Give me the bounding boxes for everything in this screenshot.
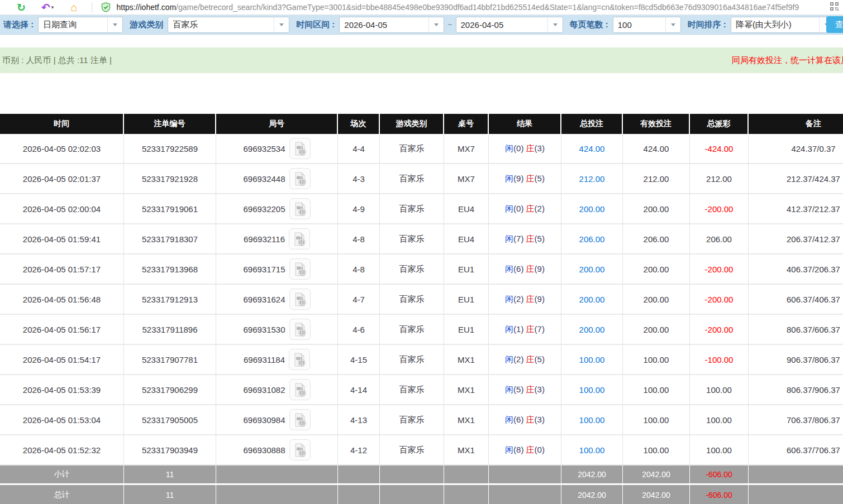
player-result-label: 闲 <box>505 415 513 424</box>
page-size-select[interactable]: 100 <box>613 17 681 33</box>
bet-number: 523317922589 <box>124 134 216 164</box>
chevron-down-icon <box>428 17 444 32</box>
video-replay-icon <box>293 292 307 307</box>
video-replay-button[interactable] <box>289 409 311 430</box>
video-replay-button[interactable] <box>289 258 311 280</box>
summary-payout: -606.00 <box>690 485 749 504</box>
banker-result-label: 庄 <box>526 174 535 183</box>
video-replay-button[interactable] <box>289 168 311 189</box>
round-number: 696931715 <box>243 265 285 274</box>
video-replay-button[interactable] <box>289 439 311 460</box>
bet-time: 2026-04-05 01:56:48 <box>0 285 124 315</box>
undo-icon[interactable]: ↶ <box>41 2 50 13</box>
video-replay-button[interactable] <box>289 198 311 219</box>
bet-number: 523317911896 <box>124 315 216 345</box>
column-header: 注单编号 <box>124 114 216 134</box>
banker-result-value: (9) <box>535 264 545 273</box>
player-result-label: 闲 <box>505 324 513 334</box>
video-replay-button[interactable] <box>289 379 311 400</box>
round-cell: 696932448 <box>216 164 338 194</box>
bet-time: 2026-04-05 02:01:37 <box>0 164 124 194</box>
security-shield-icon[interactable] <box>101 2 111 12</box>
summary-count: 11 <box>124 465 216 485</box>
game-type-cell: 百家乐 <box>380 285 444 315</box>
table-row: 2026-04-05 01:54:17 523317907781 6969311… <box>0 345 843 375</box>
bet-time: 2026-04-05 01:59:41 <box>0 224 124 255</box>
column-header: 备注 <box>749 114 843 134</box>
game-type-cell: 百家乐 <box>380 405 444 435</box>
total-bet-link[interactable]: 206.00 <box>561 224 623 255</box>
remark: 206.37/412.37 <box>749 224 843 255</box>
total-bet-link[interactable]: 200.00 <box>561 285 623 315</box>
column-header: 总派彩 <box>690 114 749 134</box>
round-cell: 696932116 <box>216 224 338 255</box>
player-result-value: (7) <box>513 234 523 243</box>
table-number: MX7 <box>444 164 489 194</box>
video-replay-button[interactable] <box>289 319 311 340</box>
search-button[interactable]: 查询 <box>826 16 843 33</box>
player-result-value: (8) <box>513 445 523 454</box>
bet-number: 523317905005 <box>124 405 216 435</box>
total-bet-link[interactable]: 200.00 <box>561 194 623 224</box>
undo-dropdown-caret-icon[interactable]: ▾ <box>51 4 54 10</box>
total-bet-link[interactable]: 100.00 <box>561 435 623 465</box>
total-bet-link[interactable]: 424.00 <box>561 134 623 164</box>
address-bar[interactable]: https://iohetf.com/game/betrecord_search… <box>116 3 827 12</box>
date-to-select[interactable]: 2026-04-05 <box>456 17 563 33</box>
bet-time: 2026-04-05 02:00:04 <box>0 194 124 224</box>
column-header: 场次 <box>338 114 380 134</box>
total-payout: 100.00 <box>690 375 749 405</box>
remark: 412.37/212.37 <box>749 194 843 224</box>
total-bet-link[interactable]: 100.00 <box>561 375 623 405</box>
session-number: 4-15 <box>338 345 380 375</box>
game-type-cell: 百家乐 <box>380 315 444 345</box>
result-cell: 闲(0) 庄(2) <box>489 194 561 224</box>
home-icon[interactable]: ⌂ <box>70 2 77 13</box>
banker-result-value: (2) <box>535 204 545 213</box>
banker-result-label: 庄 <box>526 445 535 454</box>
summary-bar: 币别 : 人民币 | 总共 :11 注单 | 同局有效投注，统一计算在该局 <box>0 47 843 73</box>
player-result-value: (1) <box>513 324 523 334</box>
video-replay-button[interactable] <box>289 289 311 310</box>
remark: 806.37/606.37 <box>749 315 843 345</box>
table-number: MX1 <box>444 345 489 375</box>
remark: 212.37/424.37 <box>749 164 843 194</box>
video-replay-icon <box>293 171 307 186</box>
qr-code-icon[interactable] <box>830 2 839 13</box>
game-type-cell: 百家乐 <box>380 435 444 465</box>
bet-record-table-container: 时间注单编号局号场次游戏类别桌号结果总投注有效投注总派彩备注 2026-04-0… <box>0 114 843 504</box>
total-bet-link[interactable]: 100.00 <box>561 345 623 375</box>
column-header: 有效投注 <box>623 114 690 134</box>
time-sort-select[interactable]: 降幂(由大到小) <box>731 17 835 33</box>
remark: 406.37/206.37 <box>749 255 843 285</box>
total-bet-link[interactable]: 200.00 <box>561 315 623 345</box>
total-payout: 100.00 <box>690 435 749 465</box>
round-number: 696930984 <box>243 415 285 425</box>
remark: 906.37/806.37 <box>749 345 843 375</box>
session-number: 4-9 <box>338 194 380 224</box>
banker-result-value: (3) <box>535 385 545 394</box>
total-payout: -200.00 <box>690 315 749 345</box>
date-from-select[interactable]: 2026-04-05 <box>339 17 444 33</box>
video-replay-icon <box>293 443 307 458</box>
round-cell: 696931184 <box>216 345 338 375</box>
round-number: 696931624 <box>243 295 285 304</box>
total-bet-link[interactable]: 200.00 <box>561 255 623 285</box>
table-row: 2026-04-05 01:59:41 523317918307 6969321… <box>0 224 843 255</box>
total-bet-link[interactable]: 212.00 <box>561 164 623 194</box>
query-mode-select[interactable]: 日期查询 <box>38 17 123 33</box>
session-number: 4-7 <box>338 285 380 315</box>
total-bet-link[interactable]: 100.00 <box>561 405 623 435</box>
session-number: 4-12 <box>338 435 380 465</box>
round-number: 696931530 <box>243 325 285 334</box>
video-replay-button[interactable] <box>289 349 310 370</box>
game-type-select[interactable]: 百家乐 <box>168 17 289 33</box>
player-result-value: (2) <box>513 354 523 364</box>
video-replay-button[interactable] <box>289 228 310 249</box>
video-replay-icon <box>293 262 307 277</box>
table-header-row: 时间注单编号局号场次游戏类别桌号结果总投注有效投注总派彩备注 <box>0 114 843 134</box>
remark: 806.37/906.37 <box>749 375 843 405</box>
refresh-icon[interactable]: ↻ <box>17 2 26 13</box>
video-replay-button[interactable] <box>289 138 311 159</box>
game-type-value: 百家乐 <box>168 20 274 30</box>
